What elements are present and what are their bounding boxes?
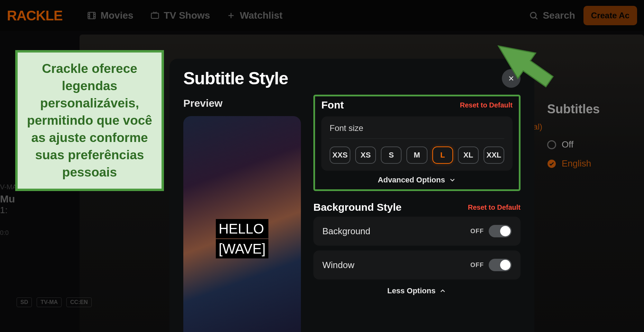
font-size-l[interactable]: L [432, 146, 453, 164]
advanced-options-toggle[interactable]: Advanced Options [315, 176, 519, 184]
font-size-row: XXSXSSMLXLXXL [330, 139, 504, 164]
font-size-xxl[interactable]: XXL [484, 146, 504, 164]
nav-search-label: Search [543, 10, 575, 21]
nav-items: Movies TV Shows Watchlist [87, 10, 283, 21]
background-section-header: Background Style Reset to Default [313, 201, 521, 217]
metadata-badges: SDTV-MACC:EN [17, 297, 92, 307]
preview-box: HELLO [WAVE] [183, 116, 301, 332]
nav-watchlist-label: Watchlist [240, 10, 282, 21]
font-size-xxs[interactable]: XXS [330, 146, 350, 164]
nav-watchlist[interactable]: Watchlist [227, 10, 282, 21]
background-section: Background Style Reset to Default Backgr… [313, 201, 521, 295]
switch-knob [500, 226, 510, 236]
font-size-xs[interactable]: XS [355, 146, 376, 164]
badge-ccen: CC:EN [66, 297, 92, 307]
font-size-label: Font size [330, 123, 504, 133]
audio-nal: nal) [528, 122, 644, 132]
radio-icon [547, 140, 556, 149]
window-toggle-state: OFF [470, 262, 484, 269]
svg-rect-1 [151, 13, 158, 18]
top-nav: RACKLE Movies TV Shows Watchlist Search … [0, 0, 644, 31]
background-toggle-wrap: OFF [470, 225, 512, 237]
tv-icon [150, 11, 160, 20]
title-fragment: Mu [0, 193, 21, 205]
background-reset-link[interactable]: Reset to Default [468, 203, 521, 211]
window-toggle-card: Window OFF [313, 250, 521, 279]
chevron-up-icon [439, 287, 447, 295]
nav-tvshows[interactable]: TV Shows [150, 10, 210, 21]
font-reset-link[interactable]: Reset to Default [460, 101, 513, 109]
font-size-m[interactable]: M [406, 146, 427, 164]
annotation-arrow [481, 35, 560, 98]
annotation-callout: Crackle oferece legendas personalizáveis… [15, 50, 164, 191]
svg-point-2 [531, 12, 536, 18]
window-toggle-wrap: OFF [470, 259, 512, 271]
brand-logo[interactable]: RACKLE [7, 8, 63, 23]
modal-header: Subtitle Style [183, 68, 521, 88]
search-icon [529, 11, 539, 20]
create-account-button[interactable]: Create Ac [583, 6, 637, 25]
background-toggle-label: Background [322, 226, 370, 237]
nav-movies[interactable]: Movies [87, 10, 134, 21]
window-switch[interactable] [489, 259, 512, 271]
less-options-toggle[interactable]: Less Options [313, 284, 521, 295]
badge-tvma: TV-MA [37, 297, 62, 307]
background-toggle-state: OFF [470, 228, 484, 235]
subtitle-style-modal: Subtitle Style Preview HELLO [WAVE] Font… [169, 59, 534, 332]
background-switch[interactable] [489, 225, 512, 237]
font-section-title: Font [321, 99, 344, 111]
annotation-text: Crackle oferece legendas personalizáveis… [24, 60, 155, 181]
modal-title: Subtitle Style [183, 68, 288, 88]
window-toggle-label: Window [322, 260, 354, 271]
advanced-options-label: Advanced Options [378, 176, 445, 184]
subtitle-option-off[interactable]: Off [547, 139, 644, 150]
nav-search[interactable]: Search [529, 10, 575, 21]
svg-marker-3 [489, 35, 558, 94]
nav-tvshows-label: TV Shows [164, 10, 210, 21]
film-icon [87, 11, 96, 20]
nav-movies-label: Movies [101, 10, 134, 21]
preview-label: Preview [183, 97, 301, 109]
settings-column: Font Reset to Default Font size XXSXSSML… [313, 97, 521, 332]
chevron-down-icon [449, 176, 456, 184]
background-section-title: Background Style [313, 201, 402, 213]
preview-line-2: [WAVE] [216, 239, 268, 258]
check-circle-icon [547, 159, 556, 168]
font-size-s[interactable]: S [381, 146, 402, 164]
font-size-card: Font size XXSXSSMLXLXXL [321, 116, 513, 171]
badge-sd: SD [17, 297, 32, 307]
subtitle-off-label: Off [562, 139, 573, 150]
switch-knob [500, 260, 510, 270]
font-section: Font Reset to Default Font size XXSXSSML… [313, 95, 521, 191]
subtitle-option-english[interactable]: English [547, 158, 644, 169]
player-side-info: V-MA Mu 1: 0:0 [0, 183, 21, 237]
svg-rect-0 [88, 12, 95, 19]
modal-body: Preview HELLO [WAVE] Font Reset to Defau… [183, 97, 521, 332]
plus-icon [227, 11, 236, 20]
subtitles-panel: Subtitles nal) Off English [547, 102, 644, 177]
background-toggle-card: Background OFF [313, 217, 521, 246]
subtitles-panel-title: Subtitles [547, 102, 644, 116]
preview-line-1: HELLO [216, 219, 268, 238]
time-fragment: 1: [0, 205, 21, 216]
less-options-label: Less Options [387, 286, 435, 295]
font-section-header: Font Reset to Default [315, 96, 519, 113]
subtitle-english-label: English [562, 158, 591, 169]
font-size-xl[interactable]: XL [458, 146, 479, 164]
preview-column: Preview HELLO [WAVE] [183, 97, 301, 332]
time-zero: 0:0 [0, 229, 21, 237]
